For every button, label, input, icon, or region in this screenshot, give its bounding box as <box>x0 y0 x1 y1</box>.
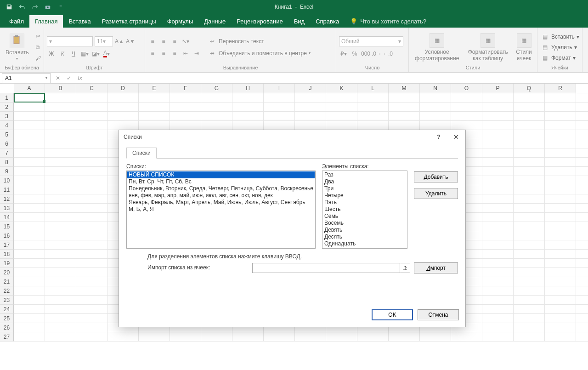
tab-7[interactable]: Вид <box>288 15 311 28</box>
name-box[interactable]: A1▾ <box>2 73 51 83</box>
conditional-formatting-button[interactable]: ▦Условное форматирование <box>411 32 463 63</box>
align-bottom-icon[interactable]: ≡ <box>170 37 179 46</box>
import-button[interactable]: Импорт <box>414 262 458 273</box>
column-header[interactable]: K <box>326 84 357 93</box>
font-size-combo[interactable]: 11 ▾ <box>95 36 113 46</box>
bold-icon[interactable]: Ж <box>47 49 56 58</box>
tab-0[interactable]: Файл <box>4 15 29 28</box>
cancel-button[interactable]: Отмена <box>418 309 459 320</box>
increase-font-icon[interactable]: A▲ <box>115 37 124 46</box>
comma-icon[interactable]: 000 <box>361 49 370 58</box>
align-top-icon[interactable]: ≡ <box>148 37 157 46</box>
ok-button[interactable]: OK <box>372 309 413 320</box>
row-header[interactable]: 27 <box>0 332 14 342</box>
tab-5[interactable]: Данные <box>198 15 231 28</box>
row-header[interactable]: 19 <box>0 259 14 268</box>
align-left-icon[interactable]: ≡ <box>148 49 157 58</box>
undo-icon[interactable] <box>17 2 27 11</box>
list-item[interactable]: М, Б, А, Я <box>127 206 315 213</box>
row-header[interactable]: 10 <box>0 176 14 185</box>
row-header[interactable]: 3 <box>0 112 14 121</box>
row-header[interactable]: 6 <box>0 139 14 148</box>
import-range-field[interactable] <box>252 263 410 273</box>
custom-lists-listbox[interactable]: НОВЫЙ СПИСОКПн, Вт, Ср, Чт, Пт, Сб, ВсПо… <box>126 171 316 249</box>
number-format-combo[interactable]: Общий▾ <box>339 36 403 46</box>
row-header[interactable]: 22 <box>0 286 14 296</box>
percent-icon[interactable]: % <box>350 49 359 58</box>
tab-1[interactable]: Главная <box>29 15 63 28</box>
row-header[interactable]: 2 <box>0 102 14 112</box>
insert-cells-button[interactable]: ▤Вставить ▾ <box>540 32 579 41</box>
cell-styles-button[interactable]: ▦Стили ячеек <box>513 32 535 63</box>
redo-icon[interactable] <box>30 2 40 11</box>
save-icon[interactable] <box>5 2 14 11</box>
column-header[interactable]: O <box>451 84 482 93</box>
borders-icon[interactable]: ▦▾ <box>80 49 89 58</box>
add-button[interactable]: Добавить <box>414 171 458 182</box>
column-header[interactable]: A <box>14 84 45 93</box>
row-header[interactable]: 18 <box>0 250 14 259</box>
list-item[interactable]: Пн, Вт, Ср, Чт, Пт, Сб, Вс <box>127 178 315 185</box>
tab-3[interactable]: Разметка страницы <box>96 15 162 28</box>
row-header[interactable]: 12 <box>0 194 14 204</box>
align-right-icon[interactable]: ≡ <box>170 49 179 58</box>
row-header[interactable]: 1 <box>0 93 14 102</box>
column-header[interactable]: N <box>420 84 451 93</box>
row-header[interactable]: 23 <box>0 296 14 305</box>
paste-button[interactable]: Вставить ▾ <box>3 33 32 62</box>
wrap-text-button[interactable]: ↩ Переносить текст <box>208 37 311 46</box>
column-header[interactable]: J <box>295 84 326 93</box>
column-header[interactable]: B <box>45 84 76 93</box>
row-header[interactable]: 21 <box>0 277 14 286</box>
row-header[interactable]: 26 <box>0 323 14 332</box>
align-center-icon[interactable]: ≡ <box>159 49 168 58</box>
underline-icon[interactable]: Ч <box>69 49 78 58</box>
row-header[interactable]: 4 <box>0 121 14 130</box>
column-header[interactable]: C <box>76 84 107 93</box>
column-header[interactable]: R <box>545 84 576 93</box>
formula-input[interactable] <box>85 74 588 81</box>
column-header[interactable]: G <box>201 84 232 93</box>
tab-4[interactable]: Формулы <box>162 15 199 28</box>
camera-icon[interactable] <box>43 2 52 11</box>
italic-icon[interactable]: К <box>58 49 67 58</box>
range-picker-icon[interactable] <box>400 263 410 273</box>
column-header[interactable]: Q <box>514 84 545 93</box>
list-item[interactable]: янв, фев, мар, апр, май, июн, июл, авг, … <box>127 192 315 199</box>
row-header[interactable]: 25 <box>0 314 14 323</box>
dec-decimal-icon[interactable]: ←.0 <box>383 49 392 58</box>
list-item[interactable]: НОВЫЙ СПИСОК <box>127 171 315 178</box>
fx-icon[interactable]: fx <box>74 75 85 81</box>
column-header[interactable]: F <box>170 84 201 93</box>
orientation-icon[interactable]: ⤡▾ <box>181 37 190 46</box>
row-header[interactable]: 9 <box>0 167 14 176</box>
column-header[interactable]: E <box>139 84 170 93</box>
tab-2[interactable]: Вставка <box>63 15 96 28</box>
format-painter-icon[interactable]: 🖌 <box>34 54 43 63</box>
tab-6[interactable]: Рецензирование <box>231 15 288 28</box>
merge-center-button[interactable]: ⬌ Объединить и поместить в центре ▾ <box>208 49 311 58</box>
row-header[interactable]: 8 <box>0 158 14 167</box>
format-as-table-button[interactable]: ▦Форматировать как таблицу <box>464 32 511 63</box>
row-header[interactable]: 14 <box>0 213 14 222</box>
row-header[interactable]: 24 <box>0 305 14 314</box>
currency-icon[interactable]: ₽▾ <box>339 49 348 58</box>
row-header[interactable]: 16 <box>0 231 14 240</box>
list-entries-textbox[interactable]: РазДваТриЧетыреПятьШестьСемьВосемьДевять… <box>322 171 407 249</box>
column-header[interactable]: D <box>107 84 139 93</box>
row-header[interactable]: 13 <box>0 204 14 213</box>
row-header[interactable]: 17 <box>0 240 14 250</box>
format-cells-button[interactable]: ▤Формат ▾ <box>540 53 579 63</box>
dialog-tab-lists[interactable]: Списки <box>126 148 157 159</box>
copy-icon[interactable]: ⧉ <box>34 43 43 52</box>
fill-color-icon[interactable]: ◪▾ <box>91 49 100 58</box>
help-icon[interactable]: ? <box>434 132 443 142</box>
row-header[interactable]: 15 <box>0 222 14 231</box>
delete-cells-button[interactable]: ▤Удалить ▾ <box>540 43 579 52</box>
column-header[interactable]: I <box>264 84 295 93</box>
column-header[interactable]: P <box>482 84 514 93</box>
tab-9[interactable]: 💡Что вы хотите сделать? <box>345 15 432 28</box>
indent-inc-icon[interactable]: ⇥ <box>192 49 201 58</box>
align-middle-icon[interactable]: ≡ <box>159 37 168 46</box>
cancel-formula-icon[interactable]: ✕ <box>52 75 63 81</box>
